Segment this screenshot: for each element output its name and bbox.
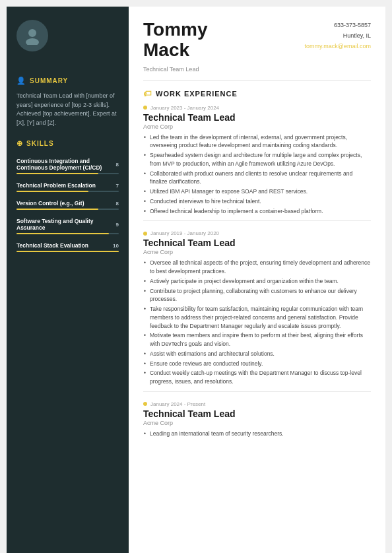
- bullet-item: Spearheaded system design and architectu…: [143, 151, 371, 168]
- bullet-item: Collaborated with product owners and cli…: [143, 170, 371, 187]
- skill-bar-bg: [16, 233, 119, 234]
- skills-icon: ⊕: [16, 139, 23, 148]
- header-name-block: Tommy Mack: [143, 20, 208, 61]
- header-subtitle: Technical Team Lead: [143, 66, 371, 73]
- bullet-item: Oversee all technical aspects of the pro…: [143, 259, 371, 276]
- jobs-container: January 2023 - January 2024 Technical Te…: [143, 105, 371, 447]
- bullet-item: Offered technical leadership to implemen…: [143, 207, 371, 216]
- skill-item: Technical Stack Evaluation 10: [16, 242, 119, 252]
- bullet-item: Conducted interviews to hire technical t…: [143, 197, 371, 206]
- job-bullets: Led the team in the development of inter…: [143, 133, 371, 216]
- skill-name: Continuous Integration and Continuous De…: [16, 158, 119, 171]
- skill-bar-bg: [16, 251, 119, 252]
- svg-point-0: [28, 29, 36, 37]
- job-date: January 2019 - January 2020: [143, 230, 371, 236]
- job-entry: January 2023 - January 2024 Technical Te…: [143, 105, 371, 222]
- job-company: Acme Corp: [143, 420, 371, 426]
- briefcase-icon: 🏷: [143, 89, 152, 98]
- job-company: Acme Corp: [143, 123, 371, 130]
- header-contact: 633-373-5857 Huntley, IL tommy.mack@emai…: [305, 20, 371, 52]
- full-name: Tommy Mack: [143, 20, 208, 61]
- phone: 633-373-5857: [305, 20, 371, 30]
- job-bullets: Oversee all technical aspects of the pro…: [143, 259, 371, 386]
- skill-item: Technical Problem Escalation 7: [16, 182, 119, 192]
- skill-name: Technical Problem Escalation 7: [16, 182, 119, 189]
- summary-text: Technical Team Lead with [number of year…: [16, 92, 119, 127]
- skill-bar-fill: [16, 251, 119, 252]
- work-experience-title: 🏷 WORK EXPERIENCE: [143, 89, 371, 98]
- skills-section-title: ⊕ SKILLS: [16, 139, 119, 148]
- skill-score: 8: [116, 162, 119, 168]
- person-icon: 👤: [16, 77, 26, 85]
- bullet-item: Utilized IBM API Manager to expose SOAP …: [143, 187, 371, 196]
- bullet-item: Assist with estimations and architectura…: [143, 350, 371, 358]
- skill-bar-fill: [16, 209, 98, 210]
- job-date: January 2023 - January 2024: [143, 105, 371, 111]
- resume-container: 👤 SUMMARY Technical Team Lead with [numb…: [7, 7, 385, 553]
- bullet-item: Actively participate in project developm…: [143, 277, 371, 286]
- svg-point-1: [26, 38, 39, 45]
- avatar: [16, 20, 48, 51]
- bullet-item: Motivate team members and inspire them t…: [143, 331, 371, 348]
- sidebar: 👤 SUMMARY Technical Team Lead with [numb…: [7, 7, 129, 553]
- skill-item: Software Testing and Quality Assurance 9: [16, 218, 119, 234]
- job-title: Technical Team Lead: [143, 112, 371, 123]
- header: Tommy Mack 633-373-5857 Huntley, IL tomm…: [143, 20, 371, 61]
- location: Huntley, IL: [305, 30, 371, 41]
- main-content: Tommy Mack 633-373-5857 Huntley, IL tomm…: [129, 7, 385, 553]
- skill-bar-bg: [16, 191, 119, 192]
- job-entry: January 2019 - January 2020 Technical Te…: [143, 230, 371, 392]
- job-title: Technical Team Lead: [143, 408, 371, 419]
- job-entry: January 2024 - Present Technical Team Le…: [143, 401, 371, 438]
- skill-name: Software Testing and Quality Assurance 9: [16, 218, 119, 231]
- summary-section-title: 👤 SUMMARY: [16, 77, 119, 85]
- skill-bar-bg: [16, 173, 119, 174]
- bullet-item: Leading an international team of securit…: [143, 430, 371, 438]
- skills-list: Continuous Integration and Continuous De…: [16, 158, 119, 260]
- header-divider: [143, 81, 371, 81]
- job-bullets: Leading an international team of securit…: [143, 430, 371, 438]
- skill-score: 9: [116, 222, 119, 228]
- skill-score: 8: [116, 201, 119, 207]
- skill-score: 7: [116, 183, 119, 189]
- job-company: Acme Corp: [143, 249, 371, 255]
- skill-bar-fill: [16, 173, 98, 174]
- skill-bar-fill: [16, 233, 109, 234]
- bullet-item: Take responsibility for team satisfactio…: [143, 305, 371, 330]
- bullet-item: Contribute to project planning, collabor…: [143, 287, 371, 304]
- skill-bar-bg: [16, 209, 119, 210]
- bullet-item: Led the team in the development of inter…: [143, 133, 371, 150]
- job-title: Technical Team Lead: [143, 238, 371, 248]
- email: tommy.mack@email.com: [305, 41, 371, 51]
- job-date: January 2024 - Present: [143, 401, 371, 407]
- skill-item: Continuous Integration and Continuous De…: [16, 158, 119, 174]
- skill-score: 10: [113, 243, 119, 249]
- job-divider: [143, 391, 371, 392]
- job-divider: [143, 220, 371, 221]
- bullet-item: Ensure code reviews are conducted routin…: [143, 360, 371, 368]
- skill-name: Version Control (e.g., Git) 8: [16, 200, 119, 207]
- skill-bar-fill: [16, 191, 88, 192]
- bullet-item: Conduct weekly catch-up meetings with th…: [143, 369, 371, 386]
- skill-item: Version Control (e.g., Git) 8: [16, 200, 119, 210]
- skill-name: Technical Stack Evaluation 10: [16, 242, 119, 249]
